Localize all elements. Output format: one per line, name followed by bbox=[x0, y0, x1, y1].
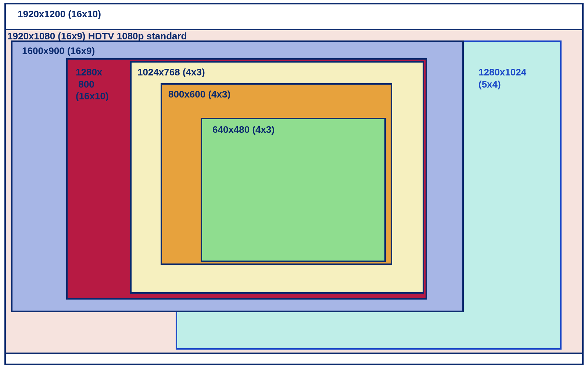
label-1024x768: 1024x768 (4x3) bbox=[137, 66, 205, 78]
box-640x480 bbox=[201, 118, 386, 262]
resolution-diagram: 1920x1200 (16x10) 1920x1080 (16x9) HDTV … bbox=[0, 0, 588, 368]
label-800x600: 800x600 (4x3) bbox=[168, 88, 230, 100]
label-1920x1080: 1920x1080 (16x9) HDTV 1080p standard bbox=[7, 30, 187, 42]
label-1280x800: 1280x 800 (16x10) bbox=[76, 66, 109, 102]
label-1280x1024: 1280x1024 (5x4) bbox=[478, 66, 526, 90]
label-640x480: 640x480 (4x3) bbox=[212, 124, 275, 136]
label-1600x900: 1600x900 (16x9) bbox=[22, 45, 95, 57]
label-1920x1200: 1920x1200 (16x10) bbox=[18, 8, 101, 20]
